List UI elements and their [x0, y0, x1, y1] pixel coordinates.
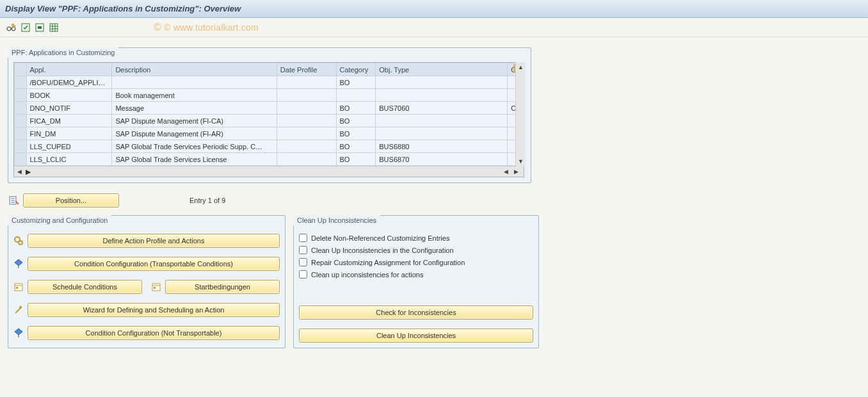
- table-row[interactable]: LLS_LCLICSAP Global Trade Services Licen…: [15, 153, 524, 166]
- cell-category: BO: [336, 127, 376, 140]
- check-label: Repair Customizing Assignment for Config…: [311, 259, 465, 266]
- cell-description: SAP Global Trade Services Periodic Supp.…: [112, 140, 277, 153]
- cell-appl: BOOK: [26, 89, 112, 102]
- schedule-conditions-button[interactable]: Schedule Conditions: [28, 280, 142, 294]
- svg-point-1: [12, 27, 15, 31]
- table-header-row: Appl. Description Date Profile Category …: [15, 63, 524, 76]
- deselect-all-button[interactable]: [33, 22, 46, 33]
- title-bar: Display View "PPF: Applications in Custo…: [0, 0, 868, 18]
- cell-appl: FICA_DM: [26, 115, 112, 127]
- scroll-right-near-icon[interactable]: ▶: [26, 168, 31, 176]
- table-row[interactable]: DNO_NOTIFMessageBOBUS7060CL: [15, 102, 524, 115]
- col-obj-type[interactable]: Obj. Type: [376, 63, 508, 76]
- select-all-button[interactable]: [19, 22, 32, 33]
- row-selector-header[interactable]: [15, 63, 27, 76]
- cell-category: [336, 89, 376, 102]
- cell-appl: FIN_DM: [26, 127, 112, 140]
- cond-transportable-button[interactable]: Condition Configuration (Transportable C…: [28, 257, 280, 271]
- scroll-left-icon[interactable]: ◀: [14, 168, 24, 175]
- checkbox[interactable]: [299, 234, 307, 242]
- check-repair-assign[interactable]: Repair Customizing Assignment for Config…: [299, 258, 533, 266]
- row-selector[interactable]: [15, 102, 27, 115]
- content-area: PPF: Applications in Customizing Appl. D…: [0, 37, 868, 355]
- row-selector[interactable]: [15, 89, 27, 102]
- customizing-legend: Customizing and Configuration: [8, 215, 111, 225]
- table-row[interactable]: /BOFU/DEMO_APPLI…BO: [15, 76, 524, 89]
- cell-category: BO: [336, 115, 376, 127]
- col-appl[interactable]: Appl.: [26, 63, 112, 76]
- startbedingungen-button[interactable]: Startbedingungen: [165, 280, 280, 294]
- row-selector[interactable]: [15, 76, 27, 89]
- table-v-scrollbar[interactable]: ▲ ▼: [515, 62, 526, 166]
- row-selector[interactable]: [15, 127, 27, 140]
- select-block-icon: [35, 23, 44, 32]
- schedule-icon: [151, 282, 165, 292]
- checkbox[interactable]: [299, 270, 307, 279]
- row-selector[interactable]: [15, 140, 27, 153]
- define-action-button[interactable]: Define Action Profile and Actions: [28, 234, 280, 248]
- cell-obj-type: [376, 127, 508, 140]
- cell-appl: LLS_CUPED: [26, 140, 112, 153]
- table-h-scrollbar[interactable]: ◀ ▶ ◀ ▶: [14, 166, 524, 177]
- cell-category: BO: [336, 153, 376, 166]
- scroll-down-icon[interactable]: ▼: [516, 156, 526, 166]
- scroll-left-far-icon[interactable]: ◀: [501, 168, 511, 175]
- toggle-change-mode-button[interactable]: [5, 22, 18, 33]
- cell-appl: LLS_LCLIC: [26, 153, 112, 166]
- cell-appl: DNO_NOTIF: [26, 102, 112, 115]
- applications-table: Appl. Description Date Profile Category …: [13, 62, 524, 177]
- col-category[interactable]: Category: [336, 63, 376, 76]
- customizing-panel: Customizing and Configuration Define Act…: [8, 215, 285, 348]
- checkbox[interactable]: [299, 258, 307, 266]
- check-clean-config[interactable]: Clean Up Inconsistencies in the Configur…: [299, 246, 533, 254]
- svg-rect-5: [50, 24, 58, 31]
- check-inconsistencies-button[interactable]: Check for Inconsistencies: [299, 305, 533, 320]
- cell-description: SAP Dispute Management (FI-AR): [112, 127, 277, 140]
- check-label: Clean Up Inconsistencies in the Configur…: [311, 247, 454, 254]
- check-label: Delete Non-Referenced Customizing Entrie…: [311, 234, 449, 242]
- cell-obj-type: BUS6870: [376, 153, 508, 166]
- table-row[interactable]: FIN_DMSAP Dispute Management (FI-AR)BO: [15, 127, 524, 140]
- cell-category: BO: [336, 140, 376, 153]
- col-date-profile[interactable]: Date Profile: [277, 63, 336, 76]
- row-selector[interactable]: [15, 153, 27, 166]
- checkbox[interactable]: [299, 246, 307, 254]
- table-row[interactable]: LLS_CUPEDSAP Global Trade Services Perio…: [15, 140, 524, 153]
- cond-not-transportable-button[interactable]: Condition Configuration (Not Transportab…: [28, 326, 280, 340]
- svg-rect-12: [152, 284, 160, 291]
- scroll-up-icon[interactable]: ▲: [516, 62, 526, 72]
- entry-counter: Entry 1 of 9: [189, 197, 225, 204]
- select-all-icon: [21, 23, 30, 32]
- table-row[interactable]: BOOKBook management: [15, 89, 524, 102]
- cell-date-profile: [277, 102, 336, 115]
- cell-obj-type: BUS7060: [376, 102, 508, 115]
- wizard-button[interactable]: Wizard for Defining and Scheduling an Ac…: [28, 303, 280, 317]
- cell-category: BO: [336, 102, 376, 115]
- print-button[interactable]: [47, 22, 60, 33]
- toolbar: © © www.tutorialkart.com: [0, 18, 868, 37]
- cell-date-profile: [277, 153, 336, 166]
- position-button[interactable]: Position...: [23, 193, 119, 207]
- check-label: Clean up inconsistencies for actions: [311, 271, 423, 279]
- cleanup-panel: Clean Up Inconsistencies Delete Non-Refe…: [293, 215, 539, 348]
- col-description[interactable]: Description: [112, 63, 277, 76]
- cell-obj-type: [376, 89, 508, 102]
- svg-point-9: [19, 241, 22, 245]
- row-selector[interactable]: [15, 115, 27, 127]
- clean-inconsistencies-button[interactable]: Clean Up Inconsistencies: [299, 328, 533, 343]
- scroll-right-icon[interactable]: ▶: [511, 168, 521, 175]
- table-body: /BOFU/DEMO_APPLI…BO BOOKBook management …: [15, 76, 524, 166]
- cell-description: Message: [112, 102, 277, 115]
- cell-description: Book management: [112, 89, 277, 102]
- table-legend: PPF: Applications in Customizing: [8, 47, 118, 58]
- table-row[interactable]: FICA_DMSAP Dispute Management (FI-CA)BO: [15, 115, 524, 127]
- cell-date-profile: [277, 76, 336, 89]
- table-icon: [49, 23, 58, 32]
- cell-obj-type: [376, 115, 508, 127]
- cell-description: SAP Dispute Management (FI-CA): [112, 115, 277, 127]
- svg-rect-10: [15, 284, 22, 291]
- svg-rect-4: [38, 26, 42, 29]
- check-clean-actions[interactable]: Clean up inconsistencies for actions: [299, 270, 533, 279]
- check-delete-nonref[interactable]: Delete Non-Referenced Customizing Entrie…: [299, 234, 533, 242]
- cell-description: SAP Global Trade Services License: [112, 153, 277, 166]
